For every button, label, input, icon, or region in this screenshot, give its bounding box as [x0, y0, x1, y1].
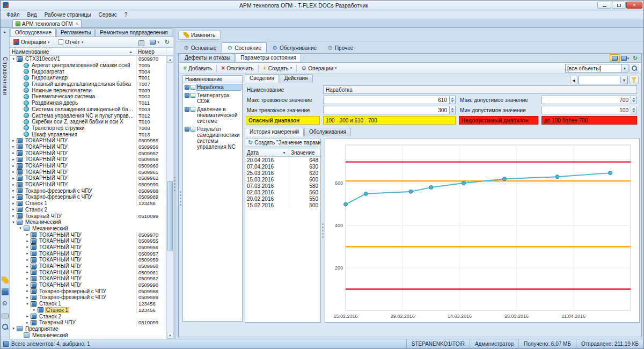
tab-История измерений[interactable]: История измерений: [245, 128, 304, 136]
menu-item[interactable]: Рабочие страницы: [41, 11, 95, 18]
tab-close-icon[interactable]: ×: [76, 21, 78, 26]
tree-row[interactable]: ▸ТОКАРНЫЙ ЧПУ0509961: [10, 169, 166, 175]
tab-Дефекты и отказы[interactable]: Дефекты и отказы: [180, 54, 235, 62]
tree-row[interactable]: ▸Токарный ЧПУ0510099: [10, 213, 166, 219]
tree-row[interactable]: Система управления NC и пульт управления…: [10, 112, 166, 119]
spinner-icon[interactable]: [631, 96, 636, 104]
column-header-date[interactable]: Дата▼: [245, 149, 289, 156]
expand-icon[interactable]: ▸: [11, 183, 16, 187]
parameter-item[interactable]: Температура СОЖ: [183, 91, 242, 105]
menu-item[interactable]: Вид: [24, 11, 41, 18]
expand-icon[interactable]: ▸: [25, 321, 30, 325]
tree-row[interactable]: Ножные переключателиT009: [10, 87, 166, 93]
tree-row[interactable]: ▸Станок 1123456: [10, 307, 166, 314]
collapse-icon[interactable]: ▾: [11, 220, 16, 224]
tree-row[interactable]: Пневматическая системаT002: [10, 93, 166, 100]
tree-row[interactable]: ▾Станок 1123456: [10, 301, 166, 307]
edit-button[interactable]: Изменить: [178, 31, 221, 40]
tree-row[interactable]: ▸Станок 2: [10, 207, 166, 213]
history-row[interactable]: 07.03.2016580: [245, 183, 320, 189]
tree-row[interactable]: ГидроагрегатT004: [10, 68, 166, 75]
history-row[interactable]: 15.02.2016500: [245, 202, 320, 208]
maximize-button[interactable]: [612, 2, 626, 9]
tree-row[interactable]: ▸ТОКАРНЫЙ ЧПУ0509962: [10, 175, 166, 181]
tree-row[interactable]: Агрегат централизованной смазки осейT005: [10, 62, 166, 69]
books-icon[interactable]: [2, 290, 9, 295]
history-row[interactable]: 02.03.2016560: [245, 189, 320, 195]
expand-icon[interactable]: ▸: [11, 157, 16, 162]
expand-icon[interactable]: ▸: [25, 295, 30, 300]
operations-menu-button[interactable]: Операции ▾: [11, 39, 52, 46]
tab-Параметры состояния[interactable]: Параметры состояния: [236, 54, 301, 62]
objects-filter-combo[interactable]: [все объекты] ▼: [565, 64, 628, 72]
max-alarm-field[interactable]: 610: [323, 96, 456, 104]
tree-row[interactable]: Скребки оси Z, задней бабки и оси XT010: [10, 119, 166, 125]
pencil-icon[interactable]: [2, 277, 9, 283]
tree-row[interactable]: Система охлаждения шпиндельной бабкиT003: [10, 106, 166, 113]
tree-scrollbar[interactable]: ▲ ▼: [166, 56, 173, 339]
tree-row[interactable]: ▸ТОКАРНЫЙ ЧПУ0509960: [10, 163, 166, 169]
tree-row[interactable]: ▾CTX310ecoV10509970: [10, 56, 166, 62]
tree-row[interactable]: ▸Токарно-фрезерный с ЧПУ0509988: [10, 288, 166, 294]
name-field[interactable]: Наработка: [323, 85, 637, 94]
expand-icon[interactable]: ▸: [25, 289, 30, 293]
collapse-icon[interactable]: ▾: [18, 226, 23, 230]
tree-row[interactable]: ▾Механический: [10, 226, 166, 232]
tab-Обслуживание[interactable]: ⚙Обслуживание: [267, 42, 322, 53]
print-button[interactable]: [136, 38, 147, 47]
parameter-item[interactable]: Давление в пневматической системе: [183, 105, 242, 125]
expand-icon[interactable]: ▸: [11, 164, 16, 168]
report-menu-button[interactable]: Отчёт ▾: [56, 39, 85, 46]
tab-Сведения[interactable]: Сведения: [245, 74, 279, 83]
menu-item[interactable]: Сервис: [95, 11, 121, 18]
magnifier-icon[interactable]: [2, 323, 9, 330]
sidebar-tab-references[interactable]: Справочники: [2, 57, 8, 96]
view-mode-button[interactable]: ▾: [148, 39, 162, 45]
collapse-icon[interactable]: ▾: [11, 326, 16, 331]
scroll-up-icon[interactable]: ▲: [167, 56, 173, 63]
expand-icon[interactable]: ▸: [25, 245, 30, 249]
parameters-splitter[interactable]: [179, 74, 182, 323]
operations-button[interactable]: ⚙Операции▾: [299, 65, 339, 72]
column-header-name[interactable]: Наименование ▲: [10, 48, 136, 55]
create-parameter-value-button[interactable]: ↻ Создать "Значение параметра": [245, 138, 321, 147]
min-alarm-field[interactable]: 300: [323, 106, 456, 114]
tree-row[interactable]: ▸ТОКАРНЫЙ ЧПУ0509990: [10, 181, 166, 188]
parameter-item[interactable]: Результат самодиагностики системы управл…: [183, 125, 242, 151]
expand-icon[interactable]: ▸: [11, 144, 16, 149]
history-row[interactable]: 07.04.2016630: [245, 163, 320, 170]
tab-Обслуживания[interactable]: Обслуживания: [304, 128, 351, 136]
menu-item[interactable]: ?: [121, 11, 131, 18]
expand-icon[interactable]: ▸: [25, 258, 30, 262]
expand-icon[interactable]: ▸: [11, 170, 16, 174]
expand-icon[interactable]: ▸: [25, 251, 30, 256]
combo-dropdown-icon[interactable]: ▼: [621, 64, 628, 72]
scrollbar-thumb[interactable]: [167, 181, 173, 251]
tab-Регламенты[interactable]: Регламенты: [56, 28, 95, 37]
expand-icon[interactable]: ▸: [11, 151, 16, 155]
close-button[interactable]: ×: [626, 2, 642, 9]
combo-dropdown-icon[interactable]: ▼: [620, 76, 627, 84]
tree-row[interactable]: ▸Станок 2: [10, 313, 166, 319]
tree-row[interactable]: ▸ТОКАРНЫЙ ЧПУ0509957: [10, 250, 166, 257]
history-row[interactable]: 15.03.2016600: [245, 176, 320, 183]
expand-icon[interactable]: ▸: [11, 201, 16, 206]
tab-Оборудование[interactable]: Оборудование: [11, 28, 56, 37]
tree-row[interactable]: ▸ТОКАРНЫЙ ЧПУ0509959: [10, 257, 166, 263]
expand-icon[interactable]: ▸: [11, 139, 16, 143]
column-header-number[interactable]: Номер: [136, 48, 166, 55]
expand-icon[interactable]: ▸: [25, 277, 30, 281]
tree-row[interactable]: ▸ТОКАРНЫЙ ЧПУ0509960: [10, 263, 166, 270]
history-row[interactable]: 20.02.2016550: [245, 195, 320, 202]
tree-row[interactable]: ▸Токарный ЧПУ0510099: [10, 319, 166, 326]
tree-row[interactable]: Транспортер стружкиT008: [10, 125, 166, 132]
tree-row[interactable]: ▸ТОКАРНЫЙ ЧПУ0509970: [10, 231, 166, 238]
tree-row[interactable]: ▾Предприятие: [10, 326, 166, 332]
expand-icon[interactable]: ▸: [25, 270, 30, 274]
collapse-filter-button[interactable]: ◂: [570, 76, 577, 84]
expand-icon[interactable]: ▸: [11, 195, 16, 199]
history-row[interactable]: 20.04.2016648: [245, 157, 320, 163]
collapse-icon[interactable]: ▾: [11, 57, 16, 61]
tree-row[interactable]: ▾Механический: [10, 219, 166, 226]
tree-row[interactable]: ▸ТОКАРНЫЙ ЧПУ0509956: [10, 244, 166, 251]
